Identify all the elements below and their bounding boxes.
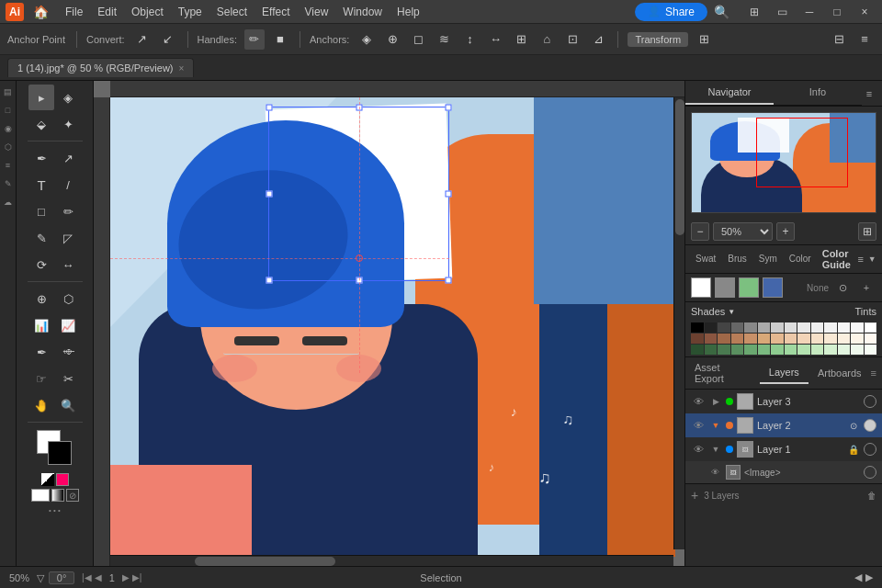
anchors-icon-1[interactable]: ◈ <box>356 29 377 50</box>
layer-2-item[interactable]: 👁 ▼ Layer 2 ⊙ <box>685 413 882 437</box>
transform-button[interactable]: Transform <box>628 32 688 47</box>
zoom-out-button[interactable]: − <box>691 222 709 241</box>
convert-icon-2[interactable]: ↙ <box>158 29 178 50</box>
layer-2-target[interactable] <box>864 419 876 432</box>
anchors-icon-9[interactable]: ⊡ <box>562 29 582 50</box>
info-tab[interactable]: Info <box>774 81 862 105</box>
swatch-cell[interactable] <box>771 345 784 355</box>
anchors-icon-5[interactable]: ↕ <box>459 29 480 50</box>
anchors-icon-10[interactable]: ⊿ <box>588 29 608 50</box>
scrollbar-thumb-horizontal[interactable] <box>195 557 335 566</box>
menu-type[interactable]: Type <box>172 4 209 20</box>
layer-1-target[interactable] <box>864 443 876 456</box>
magic-wand-tool[interactable]: ✦ <box>55 111 81 137</box>
color-mode-solid[interactable] <box>31 489 50 502</box>
sym-tab[interactable]: Sym <box>754 252 782 266</box>
side-icon-5[interactable]: ≡ <box>1 158 16 173</box>
swatch-cell[interactable] <box>797 345 810 355</box>
anchors-icon-3[interactable]: ◻ <box>408 29 428 50</box>
transform-extra-icon[interactable]: ⊞ <box>694 29 714 50</box>
handles-icon-1[interactable]: ✏ <box>244 29 265 50</box>
convert-icon-1[interactable]: ↗ <box>132 29 153 50</box>
current-stroke[interactable] <box>715 277 735 298</box>
swatch-cell[interactable] <box>771 322 784 333</box>
shaper-tool[interactable]: ◸ <box>55 225 81 251</box>
swatch-add-icon[interactable]: + <box>856 277 876 298</box>
swatch-cell[interactable] <box>731 345 744 355</box>
first-page-button[interactable]: |◀ <box>82 572 92 583</box>
swatch-cell[interactable] <box>865 345 877 355</box>
menu-select[interactable]: Select <box>210 4 254 20</box>
swatch-cell[interactable] <box>824 322 837 333</box>
selection-tool[interactable]: ▸ <box>28 85 54 110</box>
navigator-tab[interactable]: Navigator <box>685 81 774 105</box>
menu-object[interactable]: Object <box>125 4 170 20</box>
pencil-tool[interactable]: ✎ <box>28 225 54 251</box>
arrange-icon[interactable]: ≡ <box>854 29 875 50</box>
graph-tool[interactable]: 📊 <box>28 312 54 338</box>
canvas[interactable]: ♫ ♪ ♫ ♪ <box>110 97 675 557</box>
swatch-cell[interactable] <box>731 334 744 344</box>
handles-icon-2[interactable]: ■ <box>270 29 290 50</box>
more-tools-button[interactable]: • • • <box>49 506 61 514</box>
swatch-cell[interactable] <box>824 345 837 355</box>
layer-3-visibility[interactable]: 👁 <box>691 394 706 409</box>
eyedropper-tool[interactable]: ✒ <box>28 339 54 365</box>
swatch-cell[interactable] <box>797 322 810 333</box>
swatch-cell[interactable] <box>824 334 837 344</box>
page-input[interactable] <box>105 572 119 583</box>
swatch-cell[interactable] <box>785 322 797 333</box>
swatch-cell[interactable] <box>744 334 757 344</box>
panel-options-icon[interactable]: ≡ <box>862 84 882 104</box>
swatch-cell[interactable] <box>691 345 704 355</box>
side-icon-4[interactable]: ⬡ <box>1 140 16 154</box>
color-mode-none[interactable]: ⊘ <box>66 489 79 502</box>
anchors-icon-8[interactable]: ⌂ <box>537 29 557 50</box>
swatch-cell[interactable] <box>691 334 704 344</box>
swatch-cell[interactable] <box>811 322 824 333</box>
share-button[interactable]: 👤 Share <box>635 3 707 21</box>
swatch-cell[interactable] <box>771 334 784 344</box>
swatch-cell[interactable] <box>718 345 730 355</box>
home-icon[interactable]: 🏠 <box>31 3 50 21</box>
pen-tool[interactable]: ✒ <box>28 145 54 171</box>
close-button[interactable]: × <box>853 0 876 24</box>
next-view-button[interactable]: ▶ <box>865 571 873 583</box>
blend-tool[interactable]: ⬲ <box>55 339 81 365</box>
side-icon-2[interactable]: □ <box>1 103 16 118</box>
swatch-arrow-icon[interactable]: ▼ <box>867 249 876 269</box>
anchors-icon-7[interactable]: ⊞ <box>511 29 531 50</box>
zoom-tool[interactable]: 🔍 <box>55 392 81 418</box>
prev-view-button[interactable]: ◀ <box>854 571 862 583</box>
current-color-3[interactable] <box>739 277 759 298</box>
scrollbar-horizontal[interactable] <box>110 555 673 566</box>
swatch-cell[interactable] <box>731 322 744 333</box>
swatch-cell[interactable] <box>851 345 864 355</box>
search-button[interactable]: 🔍 <box>709 0 733 24</box>
layer-3-expand[interactable]: ▶ <box>709 395 722 408</box>
layer-2-visibility[interactable]: 👁 <box>691 418 706 433</box>
zoom-in-button[interactable]: + <box>776 222 795 241</box>
menu-edit[interactable]: Edit <box>91 4 123 20</box>
menu-help[interactable]: Help <box>390 4 426 20</box>
layer-2-lock-icon[interactable]: ⊙ <box>847 419 860 432</box>
swatch-cell[interactable] <box>851 322 864 333</box>
grid-view-button[interactable]: ⊞ <box>742 0 766 24</box>
stroke-color-box[interactable] <box>48 441 72 465</box>
delete-layer-button[interactable]: 🗑 <box>867 491 876 501</box>
shades-label-row[interactable]: Shades ▼ <box>691 306 782 317</box>
anchors-icon-6[interactable]: ↔ <box>485 29 505 50</box>
swatch-cell[interactable] <box>705 345 718 355</box>
swatch-cell[interactable] <box>705 322 718 333</box>
layers-options-icon[interactable]: ≡ <box>871 368 882 379</box>
swatch-cell[interactable] <box>838 322 851 333</box>
swatch-cell[interactable] <box>851 334 864 344</box>
artboards-tab[interactable]: Artboards <box>808 363 871 383</box>
tab-close-button[interactable]: × <box>179 63 185 74</box>
slice-tool[interactable]: ✂ <box>55 366 81 391</box>
swatch-cell[interactable] <box>718 322 730 333</box>
swatch-cell[interactable] <box>797 334 810 344</box>
document-tab[interactable]: 1 (14).jpg* @ 50 % (RGB/Preview) × <box>7 58 194 77</box>
swatch-target-icon[interactable]: ⊙ <box>832 277 853 298</box>
swatch-cell[interactable] <box>758 322 771 333</box>
